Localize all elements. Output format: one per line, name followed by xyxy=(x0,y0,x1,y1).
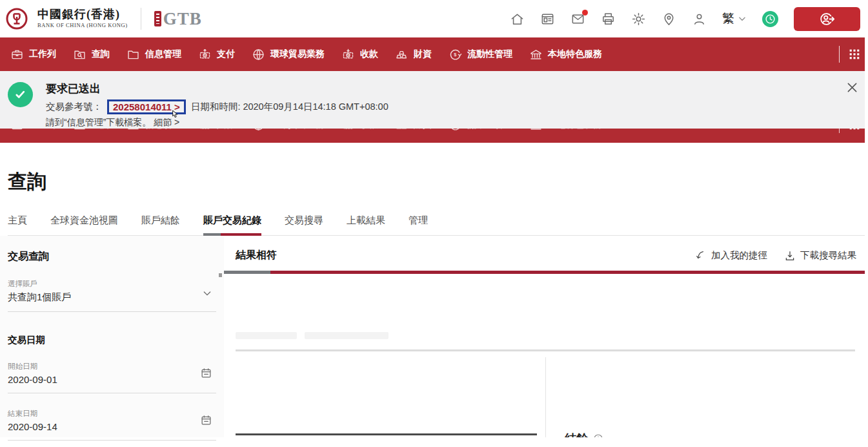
nav-item-label: 信息管理 xyxy=(145,48,181,60)
igtb-product-name: GTB xyxy=(163,11,202,26)
close-icon[interactable] xyxy=(845,81,859,94)
language-selector[interactable]: 繁 xyxy=(722,10,747,27)
start-date-label: 開始日期 xyxy=(8,362,216,371)
transaction-ref-link[interactable]: 20258014011 > xyxy=(107,99,186,114)
account-select-value: 共查詢1個賬戶 xyxy=(8,291,216,304)
nav-item-2[interactable]: 查詢 xyxy=(73,48,110,61)
nav-item-2[interactable]: 查詢 xyxy=(73,129,110,132)
chevron-down-icon xyxy=(738,14,747,23)
end-date-value: 2020-09-14 xyxy=(8,421,216,432)
account-select-field[interactable]: 選擇賬戶 共查詢1個賬戶 xyxy=(8,279,216,312)
receive-icon: $ xyxy=(341,129,355,132)
nav-item-7[interactable]: 財資 xyxy=(395,48,432,61)
transaction-ref-label: 交易參考號： xyxy=(46,101,102,113)
balance-summary-clipped: 結餘 xyxy=(565,431,603,437)
tab-5[interactable]: 交易搜尋 xyxy=(285,214,323,235)
success-banner: 要求已送出 交易參考號： 20258014011 > 日期和時間: 2020年0… xyxy=(0,71,868,129)
logo-divider xyxy=(141,8,141,30)
location-icon[interactable] xyxy=(661,12,676,26)
add-shortcut-link[interactable]: 加入我的捷徑 xyxy=(695,249,767,262)
tab-4[interactable]: 賬戶交易紀錄 xyxy=(203,214,261,235)
nav-item-label: 流動性管理 xyxy=(467,129,512,130)
nav-item-label: 工作列 xyxy=(29,48,56,60)
liquidity-icon: $ xyxy=(449,129,462,132)
notification-badge xyxy=(582,10,588,16)
home-icon[interactable] xyxy=(510,12,525,26)
tab-2[interactable]: 全球資金池視圖 xyxy=(50,214,118,235)
results-title: 結果相符 xyxy=(236,249,277,262)
mouse-cursor-icon xyxy=(169,109,180,121)
igtb-logo: GTB xyxy=(154,11,202,26)
banner-datetime: 日期和時間: 2020年09月14日14:18 GMT+08:00 xyxy=(191,101,389,113)
sidebar-title: 交易查詢 xyxy=(8,250,216,264)
pay-icon: $ xyxy=(198,48,212,61)
tab-3[interactable]: 賬戶結餘 xyxy=(141,214,180,235)
settings-icon[interactable] xyxy=(631,12,646,26)
tab-6[interactable]: 上載結果 xyxy=(347,214,385,235)
end-date-label: 結束日期 xyxy=(8,409,216,419)
bank-icon xyxy=(529,48,543,61)
printer-icon[interactable] xyxy=(601,12,616,26)
success-check-icon xyxy=(8,82,33,107)
news-icon[interactable] xyxy=(540,12,555,26)
nav-item-1[interactable]: 工作列 xyxy=(10,129,56,132)
tab-7[interactable]: 管理 xyxy=(409,214,428,235)
clipped-navigation-bar: 工作列查詢信息管理$支付環球貿易業務$收款財資$流動性管理本地特色服務 xyxy=(0,129,868,143)
bank-logo: 中國銀行(香港) BANK OF CHINA (HONG KONG) GTB xyxy=(5,7,202,30)
download-results-link[interactable]: 下載搜尋結果 xyxy=(784,249,856,262)
gold-icon xyxy=(395,48,409,61)
start-date-field[interactable]: 開始日期 2020-09-01 xyxy=(8,362,216,393)
shortcut-arrow-icon xyxy=(695,250,707,262)
apps-grid-icon[interactable] xyxy=(847,47,862,61)
info-icon[interactable] xyxy=(593,433,603,437)
bank-name-en: BANK OF CHINA (HONG KONG) xyxy=(37,23,128,28)
globe-icon xyxy=(252,129,265,132)
transaction-date-section-label: 交易日期 xyxy=(8,334,216,346)
mail-icon[interactable] xyxy=(570,12,585,26)
banner-note-text: 請到“信息管理”下載檔案。 xyxy=(46,117,151,127)
nav-item-8[interactable]: $流動性管理 xyxy=(449,48,512,61)
nav-item-9[interactable]: 本地特色服務 xyxy=(529,48,602,61)
nav-item-7[interactable]: 財資 xyxy=(395,129,432,132)
chevron-down-icon[interactable] xyxy=(202,288,212,298)
svg-text:$: $ xyxy=(204,53,206,57)
logout-icon xyxy=(818,10,836,28)
nav-item-label: 工作列 xyxy=(29,129,56,130)
nav-item-label: 查詢 xyxy=(92,48,110,60)
page-scrollbar-track[interactable] xyxy=(865,0,868,447)
folder-icon xyxy=(126,48,140,61)
folder-search-icon xyxy=(73,129,86,132)
nav-item-1[interactable]: 工作列 xyxy=(10,48,56,61)
nav-item-6[interactable]: $收款 xyxy=(341,129,378,132)
nav-item-3[interactable]: 信息管理 xyxy=(126,129,181,132)
folder-search-icon xyxy=(73,48,86,61)
tab-1[interactable]: 主頁 xyxy=(8,214,27,235)
logout-button[interactable] xyxy=(794,7,860,31)
nav-item-8[interactable]: $流動性管理 xyxy=(449,129,512,132)
nav-item-3[interactable]: 信息管理 xyxy=(126,48,181,61)
calendar-icon[interactable] xyxy=(200,414,212,426)
nav-item-9[interactable]: 本地特色服務 xyxy=(529,129,602,132)
boc-emblem-icon xyxy=(5,7,28,30)
session-timer-avatar[interactable] xyxy=(762,11,778,27)
igtb-seal-icon xyxy=(154,11,161,26)
download-icon xyxy=(784,250,796,262)
nav-item-label: 本地特色服務 xyxy=(548,129,602,130)
nav-item-5[interactable]: 環球貿易業務 xyxy=(252,48,325,61)
globe-icon xyxy=(252,48,265,61)
nav-item-label: 查詢 xyxy=(92,129,110,130)
nav-item-5[interactable]: 環球貿易業務 xyxy=(252,129,325,132)
folder-icon xyxy=(126,129,140,132)
profile-icon[interactable] xyxy=(692,12,707,26)
nav-item-label: 支付 xyxy=(217,48,235,60)
nav-item-4[interactable]: $支付 xyxy=(198,129,235,132)
page-title: 查詢 xyxy=(8,169,868,195)
end-date-field[interactable]: 結束日期 2020-09-14 xyxy=(8,409,216,441)
nav-item-4[interactable]: $支付 xyxy=(198,48,235,61)
apps-grid-icon[interactable] xyxy=(847,129,862,132)
page-tabs: 主頁全球資金池視圖賬戶結餘賬戶交易紀錄交易搜尋上載結果管理 xyxy=(8,214,868,236)
calendar-icon[interactable] xyxy=(200,367,212,379)
main-navigation: 工作列查詢信息管理$支付環球貿易業務$收款財資$流動性管理本地特色服務 xyxy=(0,37,868,71)
nav-item-6[interactable]: $收款 xyxy=(341,48,378,61)
sidebar-scrollbar-thumb[interactable] xyxy=(219,273,222,277)
